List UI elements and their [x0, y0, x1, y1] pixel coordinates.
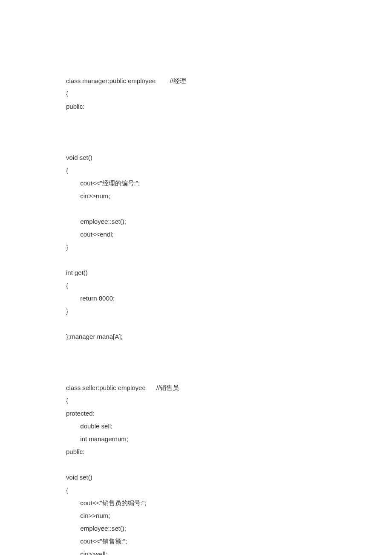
code-line: int get() [66, 266, 392, 279]
code-line: public: [66, 100, 392, 113]
code-line: cin>>sell; [66, 548, 392, 555]
blank-line [66, 202, 392, 215]
code-line: cout<<"销售额:"; [66, 535, 392, 548]
code-line: cout<<"销售员的编号:"; [66, 497, 392, 509]
code-line: { [66, 394, 392, 407]
code-line: { [66, 279, 392, 292]
code-line: double sell; [66, 420, 392, 433]
code-line: { [66, 87, 392, 100]
blank-line [66, 356, 392, 369]
code-line: return 8000; [66, 292, 392, 305]
document-page: class manager:public employee //经理 { pub… [0, 0, 392, 555]
blank-line [66, 343, 392, 356]
code-line: class seller:public employee //销售员 [66, 382, 392, 394]
code-line: class manager:public employee //经理 [66, 75, 392, 87]
blank-line [66, 126, 392, 139]
code-line: protected: [66, 407, 392, 420]
code-line: } [66, 305, 392, 318]
blank-line [66, 458, 392, 471]
code-line: employee::set(); [66, 215, 392, 228]
code-line: cout<<endl; [66, 228, 392, 241]
blank-line [66, 254, 392, 266]
code-line: void set() [66, 471, 392, 484]
code-line: void set() [66, 151, 392, 164]
code-line: };manager mana[A]; [66, 330, 392, 343]
blank-line [66, 139, 392, 151]
code-line: employee::set(); [66, 522, 392, 535]
blank-line [66, 113, 392, 126]
code-line: { [66, 164, 392, 177]
code-line: { [66, 484, 392, 497]
code-line: cin>>num; [66, 190, 392, 202]
code-line: cout<<"经理的编号:"; [66, 177, 392, 190]
code-line: public: [66, 445, 392, 458]
blank-line [66, 369, 392, 382]
code-line: int managernum; [66, 433, 392, 445]
blank-line [66, 318, 392, 330]
code-line: cin>>num; [66, 509, 392, 522]
code-line: } [66, 241, 392, 254]
